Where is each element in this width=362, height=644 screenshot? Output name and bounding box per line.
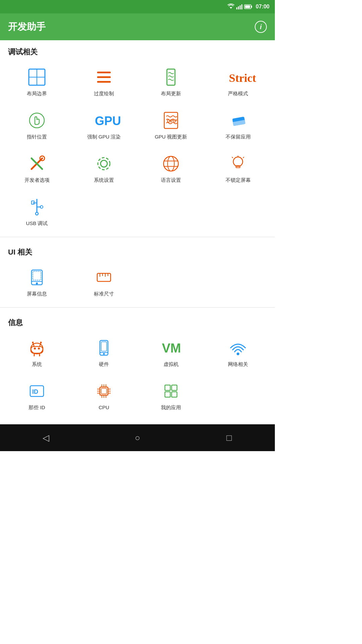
svg-rect-85 (172, 385, 177, 390)
item-usb-debug[interactable]: USB 调试 (3, 190, 70, 233)
my-apps-icon (161, 381, 181, 401)
svg-rect-84 (165, 385, 170, 390)
item-vm[interactable]: VM 虚拟机 (137, 331, 204, 374)
pointer-icon (27, 110, 47, 130)
no-keep-app-icon (228, 110, 248, 130)
svg-rect-6 (251, 6, 252, 8)
info-button[interactable]: i (255, 21, 267, 33)
item-pointer[interactable]: 指针位置 (3, 104, 70, 147)
item-dev-options[interactable]: 开发者选项 (3, 147, 70, 190)
pointer-label: 指针位置 (27, 134, 47, 140)
svg-point-26 (98, 158, 110, 170)
screen-info-label: 屏幕信息 (27, 291, 47, 297)
section-debug: 调试相关 布局边界 (0, 40, 275, 233)
layout-update-icon (161, 67, 181, 87)
svg-point-59 (40, 342, 42, 343)
section-ui-title: UI 相关 (0, 240, 275, 261)
svg-rect-1 (236, 7, 237, 9)
gpu-view-label: GPU 视图更新 (155, 134, 187, 140)
item-system[interactable]: 系统 (3, 331, 70, 374)
app-header: 开发助手 i (0, 13, 275, 40)
dev-options-icon (27, 154, 47, 174)
item-language[interactable]: 语言设置 (137, 147, 204, 190)
overdraw-icon (94, 67, 114, 87)
item-system-settings[interactable]: 系统设置 (70, 147, 137, 190)
item-ids[interactable]: ID 那些 ID (3, 374, 70, 418)
cpu-icon (94, 381, 114, 401)
svg-point-58 (32, 342, 34, 343)
item-my-apps[interactable]: 我的应用 (137, 374, 204, 418)
home-button[interactable]: ○ (129, 429, 146, 446)
svg-line-36 (232, 157, 233, 158)
svg-rect-87 (172, 392, 177, 397)
status-bar: 07:00 (0, 0, 275, 13)
svg-point-64 (103, 353, 105, 355)
svg-point-55 (38, 347, 40, 350)
back-button[interactable]: ◁ (38, 429, 54, 446)
signal-icon (236, 4, 242, 9)
svg-point-45 (36, 282, 38, 284)
item-gpu-view[interactable]: GPU GPU 视图更新 (137, 104, 204, 147)
standard-size-label: 标准尺寸 (94, 291, 114, 297)
battery-icon (244, 4, 252, 9)
item-layout-update[interactable]: 布局更新 (137, 60, 204, 104)
vm-label: 虚拟机 (164, 361, 179, 368)
hardware-icon (94, 338, 114, 358)
svg-rect-3 (240, 5, 241, 9)
language-icon (161, 154, 181, 174)
section-info-title: 信息 (0, 311, 275, 331)
network-label: 网络相关 (228, 361, 248, 368)
language-label: 语言设置 (161, 177, 181, 183)
item-hardware[interactable]: 硬件 (70, 331, 137, 374)
ui-grid: 屏幕信息 标准尺寸 (0, 261, 275, 304)
screen-info-icon (27, 267, 47, 287)
item-no-lock[interactable]: 不锁定屏幕 (204, 147, 272, 190)
item-cpu[interactable]: CPU (70, 374, 137, 418)
svg-rect-46 (33, 271, 41, 280)
section-info: 信息 (0, 311, 275, 418)
ids-icon: ID (27, 381, 47, 401)
layout-border-label: 布局边界 (27, 91, 47, 97)
wifi-icon (228, 4, 234, 9)
svg-text:ID: ID (32, 388, 38, 395)
usb-debug-label: USB 调试 (26, 220, 48, 227)
section-debug-title: 调试相关 (0, 40, 275, 60)
gpu-view-icon: GPU (161, 110, 181, 130)
ids-label: 那些 ID (28, 405, 45, 411)
debug-grid: 布局边界 过度绘制 (0, 60, 275, 233)
item-standard-size[interactable]: 标准尺寸 (70, 261, 137, 304)
svg-point-52 (31, 343, 43, 354)
svg-rect-65 (101, 342, 107, 351)
app-title: 开发助手 (8, 20, 46, 33)
navigation-bar: ◁ ○ □ (0, 424, 275, 451)
svg-rect-14 (167, 69, 175, 85)
svg-point-67 (237, 353, 239, 355)
recent-button[interactable]: □ (221, 429, 237, 446)
info-grid: 系统 硬件 VM (0, 331, 275, 418)
item-layout-border[interactable]: 布局边界 (3, 60, 70, 104)
svg-text:GPU: GPU (95, 114, 121, 128)
svg-point-25 (101, 160, 107, 167)
system-label: 系统 (32, 361, 42, 368)
time-display: 07:00 (256, 4, 269, 10)
svg-rect-7 (245, 5, 250, 8)
divider-2 (0, 307, 275, 308)
item-strict-mode[interactable]: Strict 严格模式 (204, 60, 272, 104)
cpu-label: CPU (99, 405, 109, 410)
item-overdraw[interactable]: 过度绘制 (70, 60, 137, 104)
item-force-gpu[interactable]: GPU 强制 GPU 渲染 (70, 104, 137, 147)
overdraw-label: 过度绘制 (94, 91, 114, 97)
vm-icon: VM (161, 338, 181, 358)
svg-point-27 (164, 156, 178, 171)
svg-point-38 (36, 212, 38, 215)
svg-line-35 (243, 157, 244, 158)
standard-size-icon (94, 267, 114, 287)
svg-rect-47 (97, 273, 111, 281)
system-settings-label: 系统设置 (94, 177, 114, 183)
svg-point-54 (34, 347, 36, 350)
item-screen-info[interactable]: 屏幕信息 (3, 261, 70, 304)
strict-mode-icon: Strict (228, 67, 248, 87)
item-no-keep-app[interactable]: 不保留应用 (204, 104, 272, 147)
item-network[interactable]: 网络相关 (204, 331, 272, 374)
svg-text:GPU: GPU (167, 118, 176, 123)
